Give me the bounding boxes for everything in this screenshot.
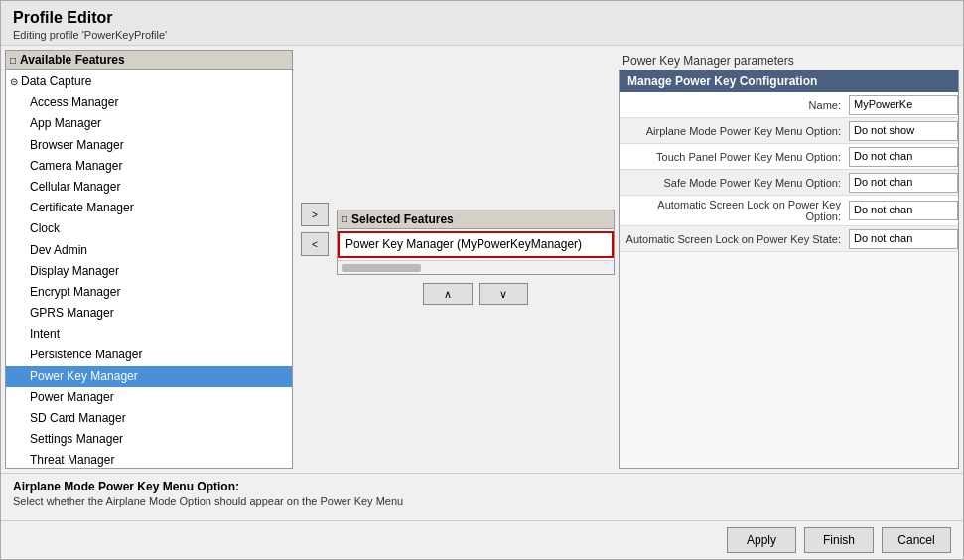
selected-features-header: □ Selected Features (338, 210, 614, 229)
tree-item-power-manager[interactable]: Power Manager (6, 387, 292, 408)
config-rows: Name:MyPowerKeAirplane Mode Power Key Me… (620, 92, 958, 468)
config-value-1[interactable]: Do not show (849, 121, 958, 141)
config-label-4: Automatic Screen Lock on Power Key Optio… (620, 196, 849, 225)
selected-item-power-key-manager-selected[interactable]: Power Key Manager (MyPowerKeyManager) (338, 231, 614, 258)
tree-item-clock[interactable]: Clock (6, 218, 292, 239)
tree-item-camera-manager[interactable]: Camera Manager (6, 156, 292, 177)
info-description: Select whether the Airplane Mode Option … (13, 495, 951, 507)
tree-item-display-manager[interactable]: Display Manager (6, 261, 292, 282)
apply-button[interactable]: Apply (727, 527, 796, 553)
dialog-title: Profile Editor (13, 9, 951, 27)
tree-item-dev-admin[interactable]: Dev Admin (6, 240, 292, 261)
config-value-0[interactable]: MyPowerKe (849, 95, 958, 115)
tree-item-threat-manager[interactable]: Threat Manager (6, 450, 292, 468)
add-feature-button[interactable]: > (301, 203, 329, 226)
config-value-2[interactable]: Do not chan (849, 147, 958, 167)
available-features-panel: □ Available Features ⊝Data CaptureAccess… (5, 50, 293, 469)
tree-item-intent[interactable]: Intent (6, 324, 292, 345)
tree-item-settings-manager[interactable]: Settings Manager (6, 429, 292, 450)
right-panel-title: Power Key Manager parameters (619, 50, 959, 70)
selected-features-panel: □ Selected Features Power Key Manager (M… (337, 210, 615, 275)
dialog-body: □ Available Features ⊝Data CaptureAccess… (1, 46, 963, 473)
tree-item-sd-card-manager[interactable]: SD Card Manager (6, 408, 292, 429)
config-label-0: Name: (620, 96, 849, 114)
hscroll-area (338, 260, 614, 274)
tree-item-gprs-manager[interactable]: GPRS Manager (6, 303, 292, 324)
config-row-5: Automatic Screen Lock on Power Key State… (620, 226, 958, 252)
config-row-3: Safe Mode Power Key Menu Option:Do not c… (620, 170, 958, 196)
config-row-1: Airplane Mode Power Key Menu Option:Do n… (620, 118, 958, 144)
tree-item-cellular-manager[interactable]: Cellular Manager (6, 177, 292, 198)
reorder-buttons: ∧ ∨ (337, 279, 615, 309)
config-row-4: Automatic Screen Lock on Power Key Optio… (620, 196, 958, 226)
selected-collapse-icon[interactable]: □ (342, 213, 347, 224)
config-panel: Manage Power Key Configuration Name:MyPo… (619, 70, 959, 469)
bottom-info: Airplane Mode Power Key Menu Option: Sel… (1, 473, 963, 520)
cancel-button[interactable]: Cancel (882, 527, 951, 553)
dialog-subtitle: Editing profile 'PowerKeyProfile' (13, 29, 951, 41)
config-value-4[interactable]: Do not chan (849, 201, 958, 220)
tree-item-power-key-manager[interactable]: Power Key Manager (6, 366, 292, 387)
config-label-1: Airplane Mode Power Key Menu Option: (620, 122, 849, 140)
selected-features-col: □ Selected Features Power Key Manager (M… (337, 210, 615, 309)
hscroll-bar[interactable] (342, 264, 421, 272)
tree-item-app-manager[interactable]: App Manager (6, 113, 292, 134)
action-buttons-bar: Apply Finish Cancel (1, 520, 963, 559)
tree-item-persistence-manager[interactable]: Persistence Manager (6, 345, 292, 365)
available-features-label: Available Features (20, 53, 125, 67)
config-value-3[interactable]: Do not chan (849, 173, 958, 193)
tree-item-certificate-manager[interactable]: Certificate Manager (6, 198, 292, 218)
config-value-5[interactable]: Do not chan (849, 229, 958, 249)
config-row-0: Name:MyPowerKe (620, 92, 958, 118)
config-row-2: Touch Panel Power Key Menu Option:Do not… (620, 144, 958, 170)
finish-button[interactable]: Finish (804, 527, 874, 553)
middle-section: > < □ Selected Features Power Key Manage… (297, 50, 615, 469)
info-title: Airplane Mode Power Key Menu Option: (13, 480, 951, 493)
selected-features-list[interactable]: Power Key Manager (MyPowerKeyManager) (338, 229, 614, 260)
collapse-icon[interactable]: □ (10, 55, 16, 66)
tree-item-browser-manager[interactable]: Browser Manager (6, 135, 292, 156)
profile-editor-dialog: Profile Editor Editing profile 'PowerKey… (0, 0, 964, 560)
move-down-button[interactable]: ∨ (479, 283, 528, 305)
right-panel: Power Key Manager parameters Manage Powe… (619, 50, 959, 469)
available-features-tree[interactable]: ⊝Data CaptureAccess ManagerApp ManagerBr… (6, 70, 292, 468)
config-label-5: Automatic Screen Lock on Power Key State… (620, 230, 849, 248)
selected-features-label: Selected Features (351, 212, 454, 226)
tree-item-encrypt-manager[interactable]: Encrypt Manager (6, 282, 292, 303)
move-up-button[interactable]: ∧ (423, 283, 473, 305)
tree-item-data-capture[interactable]: ⊝Data Capture (6, 71, 292, 92)
config-label-3: Safe Mode Power Key Menu Option: (620, 174, 849, 192)
tree-item-access-manager[interactable]: Access Manager (6, 92, 292, 113)
config-label-2: Touch Panel Power Key Menu Option: (620, 148, 849, 166)
dialog-title-bar: Profile Editor Editing profile 'PowerKey… (1, 1, 963, 46)
config-header: Manage Power Key Configuration (620, 70, 958, 92)
transfer-buttons: > < (297, 203, 333, 256)
available-features-header: □ Available Features (6, 51, 292, 70)
remove-feature-button[interactable]: < (301, 232, 329, 256)
